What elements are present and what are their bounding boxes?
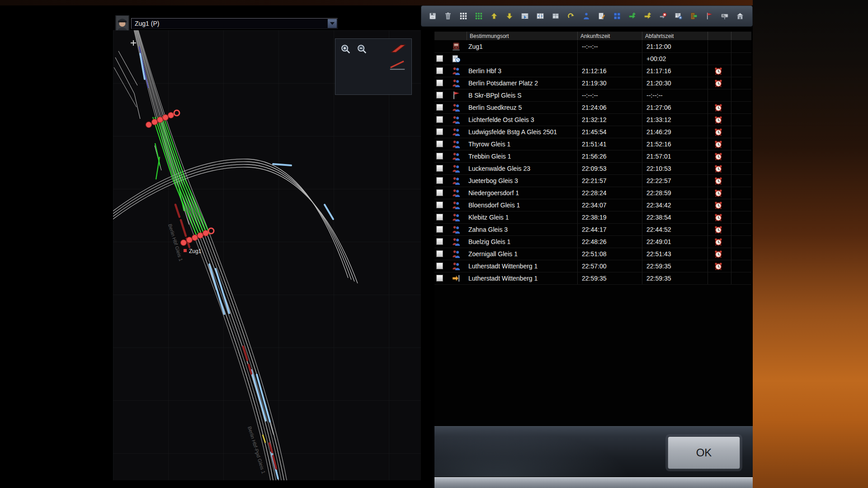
edit-timetable-button[interactable] xyxy=(595,8,609,25)
track-map[interactable]: Zug1 Berlin Hbf Gleis 1 Berlin Hbf-Ppd G… xyxy=(113,30,421,480)
destination-label: Zug1 xyxy=(468,43,483,50)
timetable-row[interactable]: Berlin Suedkreuz 521:24:0621:27:06 xyxy=(434,102,751,114)
grid-button[interactable] xyxy=(457,8,470,25)
station-building-button[interactable] xyxy=(733,8,747,25)
delete-button[interactable] xyxy=(441,8,455,25)
timetable-row[interactable]: +00:02 xyxy=(434,53,751,65)
timetable-row[interactable]: Berlin Potsdamer Platz 221:19:3021:20:30 xyxy=(434,77,751,89)
row-checkbox[interactable] xyxy=(436,250,443,257)
departure-time: 22:34:42 xyxy=(646,202,706,209)
signal-red-slash-button[interactable] xyxy=(389,59,406,70)
timetable-row[interactable]: Zahna Gleis 322:44:1722:44:52 xyxy=(434,224,751,236)
passengers-icon xyxy=(452,249,461,258)
passenger-button[interactable] xyxy=(580,8,593,25)
arrival-time: --:--:-- xyxy=(582,92,641,99)
timetable-row[interactable]: B Skr-BPpl Gleis S--:--:----:--:-- xyxy=(434,89,751,102)
departure-time: 22:44:52 xyxy=(646,226,706,233)
timetable-row[interactable]: Bloensdorf Gleis 122:34:0722:34:42 xyxy=(434,199,751,211)
timetable-row[interactable]: Lutherstadt Wittenberg 122:59:3522:59:35 xyxy=(434,272,751,285)
departure-time: +00:02 xyxy=(646,55,706,62)
alarm-clock-icon xyxy=(714,225,723,234)
timetable-row[interactable]: Thyrow Gleis 121:51:4121:52:16 xyxy=(434,138,751,150)
alarm-clock-icon xyxy=(714,103,723,112)
arrival-time: 22:21:57 xyxy=(582,177,641,184)
alarm-clock-icon xyxy=(714,201,723,210)
departure-time: 21:17:16 xyxy=(646,67,706,75)
timetable-row[interactable]: Lutherstadt Wittenberg 122:57:0022:59:35 xyxy=(434,260,751,272)
row-checkbox[interactable] xyxy=(436,165,443,172)
row-checkbox[interactable] xyxy=(436,189,443,196)
destination-label: Niedergoersdorf 1 xyxy=(468,189,519,197)
timetable-row[interactable]: Lichterfelde Ost Gleis 321:32:1221:33:12 xyxy=(434,114,751,126)
row-checkbox[interactable] xyxy=(436,116,443,123)
row-checkbox[interactable] xyxy=(436,275,443,282)
row-checkbox[interactable] xyxy=(436,128,443,135)
grid-green-button[interactable] xyxy=(472,8,486,25)
table-columns-button[interactable] xyxy=(533,8,547,25)
timetable-row[interactable]: Buelzig Gleis 122:48:2622:49:01 xyxy=(434,236,751,248)
destination-label: Luckenwalde Gleis 23 xyxy=(468,165,530,172)
passengers-icon xyxy=(452,213,461,222)
row-checkbox[interactable] xyxy=(436,80,443,86)
exit-door-button[interactable] xyxy=(687,8,701,25)
passengers-icon xyxy=(452,140,461,149)
save-button[interactable] xyxy=(426,8,439,25)
zoom-in-button[interactable] xyxy=(340,43,352,55)
destination-label: Lutherstadt Wittenberg 1 xyxy=(468,275,538,282)
timetable-header: Bestimmungsort Ankunftszeit Abfahrtszeit xyxy=(434,32,751,41)
route-add-green-button[interactable] xyxy=(626,8,639,25)
chevron-down-icon[interactable] xyxy=(327,19,337,28)
table-compact-button[interactable] xyxy=(549,8,562,25)
col-header-extra2 xyxy=(731,32,751,40)
row-checkbox[interactable] xyxy=(436,104,443,111)
arrival-time: 21:24:06 xyxy=(582,104,641,111)
driver-portrait-icon xyxy=(115,15,129,31)
row-checkbox[interactable] xyxy=(436,238,443,245)
col-header-extra1 xyxy=(708,32,731,40)
row-checkbox[interactable] xyxy=(436,55,443,62)
timetable-row[interactable]: Trebbin Gleis 121:56:2621:57:01 xyxy=(434,150,751,163)
row-checkbox[interactable] xyxy=(436,153,443,160)
destination-label: Lichterfelde Ost Gleis 3 xyxy=(468,116,534,123)
timetable-row[interactable]: Zoernigall Gleis 122:51:0822:51:43 xyxy=(434,248,751,260)
zoom-out-button[interactable] xyxy=(356,43,368,55)
timetable-row[interactable]: Luckenwalde Gleis 2322:09:5322:10:53 xyxy=(434,163,751,175)
row-checkbox[interactable] xyxy=(436,177,443,184)
table-settings-button[interactable] xyxy=(672,8,685,25)
route-delete-button[interactable] xyxy=(656,8,670,25)
col-header-ankunftszeit: Ankunftszeit xyxy=(577,32,642,40)
arrival-time: --:--:-- xyxy=(582,43,641,50)
timetable-row[interactable]: Zug1--:--:--21:12:00 xyxy=(434,41,751,53)
row-checkbox[interactable] xyxy=(436,214,443,221)
row-checkbox[interactable] xyxy=(436,141,443,147)
timetable-row[interactable]: Ludwigsfelde Bstg A Gleis 250121:45:5421… xyxy=(434,126,751,138)
undo-button[interactable] xyxy=(564,8,578,25)
timetable-panel: Bestimmungsort Ankunftszeit Abfahrtszeit… xyxy=(434,32,751,426)
platform-board-button[interactable] xyxy=(718,8,731,25)
departure-time: 21:52:16 xyxy=(646,141,706,148)
row-checkbox[interactable] xyxy=(436,263,443,269)
departure-time: 21:33:12 xyxy=(646,116,706,123)
route-add-yellow-button[interactable] xyxy=(641,8,655,25)
flag-red-button[interactable] xyxy=(703,8,716,25)
timetable-row[interactable]: Jueterbog Gleis 322:21:5722:22:57 xyxy=(434,175,751,187)
timetable-row[interactable]: Niedergoersdorf 122:28:2422:28:59 xyxy=(434,187,751,199)
signal-red-button[interactable] xyxy=(390,42,407,54)
passengers-icon xyxy=(452,103,461,112)
move-up-button[interactable] xyxy=(487,8,501,25)
arrival-time: 22:48:26 xyxy=(582,238,641,245)
row-checkbox[interactable] xyxy=(436,226,443,233)
table-insert-row-button[interactable] xyxy=(518,8,532,25)
destination-label: Zoernigall Gleis 1 xyxy=(468,250,518,258)
ok-button[interactable]: OK xyxy=(668,436,740,469)
tiles-blue-button[interactable] xyxy=(610,8,624,25)
departure-time: 21:46:29 xyxy=(646,128,706,136)
timetable-row[interactable]: Berlin Hbf 321:12:1621:17:16 xyxy=(434,65,751,77)
destination-label: Zahna Gleis 3 xyxy=(468,226,508,233)
row-checkbox[interactable] xyxy=(436,202,443,208)
train-select[interactable]: Zug1 (P) xyxy=(131,18,338,29)
row-checkbox[interactable] xyxy=(436,92,443,99)
timetable-row[interactable]: Klebitz Gleis 122:38:1922:38:54 xyxy=(434,211,751,224)
row-checkbox[interactable] xyxy=(436,67,443,74)
move-down-button[interactable] xyxy=(503,8,516,25)
